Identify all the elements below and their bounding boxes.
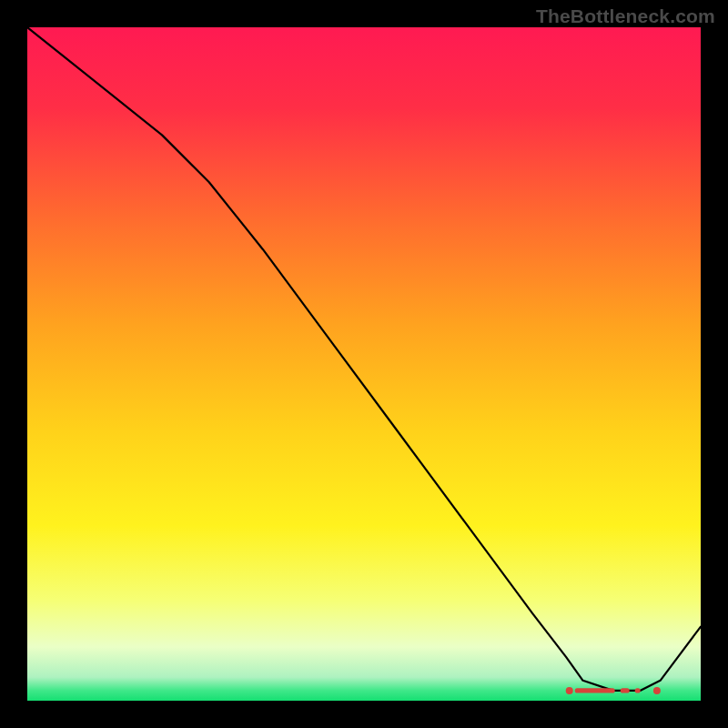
watermark-text: TheBottleneck.com [536, 5, 715, 27]
svg-rect-2 [575, 688, 615, 693]
svg-rect-3 [621, 688, 630, 693]
svg-point-0 [566, 687, 573, 694]
chart-background [27, 27, 701, 701]
svg-point-1 [653, 687, 661, 694]
chart-stage: TheBottleneck.com [0, 0, 728, 728]
svg-rect-4 [635, 688, 641, 693]
chart-plot [27, 27, 701, 701]
